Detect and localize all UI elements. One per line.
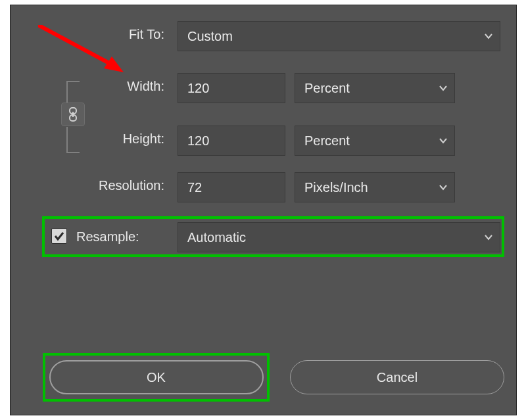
chevron-down-icon: [439, 83, 448, 93]
fit-to-select[interactable]: Custom: [178, 21, 500, 51]
resolution-unit-value: Pixels/Inch: [304, 180, 368, 195]
chevron-down-icon: [484, 32, 493, 41]
resample-method-select[interactable]: Automatic: [178, 222, 500, 252]
chevron-down-icon: [439, 183, 448, 192]
checkmark-icon: [53, 230, 65, 242]
width-label: Width:: [93, 79, 164, 94]
resample-method-value: Automatic: [187, 230, 246, 245]
resolution-unit-select[interactable]: Pixels/Inch: [295, 172, 455, 202]
height-label: Height:: [93, 131, 164, 147]
svg-marker-1: [104, 57, 124, 72]
chevron-down-icon: [484, 233, 493, 242]
height-unit-value: Percent: [304, 133, 350, 149]
cancel-button-label: Cancel: [377, 370, 418, 385]
resolution-label: Resolution:: [74, 178, 164, 193]
cancel-button[interactable]: Cancel: [290, 360, 504, 394]
height-unit-select[interactable]: Percent: [295, 126, 455, 156]
resample-label: Resample:: [74, 229, 167, 245]
resample-checkbox[interactable]: [51, 228, 67, 244]
height-input[interactable]: [178, 126, 285, 156]
fit-to-label: Fit To:: [93, 27, 164, 42]
resolution-input[interactable]: [178, 172, 285, 202]
fit-to-value: Custom: [187, 29, 233, 44]
width-unit-select[interactable]: Percent: [295, 73, 455, 103]
ok-button-label: OK: [147, 370, 166, 385]
width-input[interactable]: [178, 73, 285, 103]
ok-button[interactable]: OK: [49, 360, 264, 394]
dialog-buttons-row: OK Cancel: [43, 353, 504, 402]
chain-link-icon: [67, 107, 79, 122]
image-size-dialog-panel: Fit To: Custom Width: Percent Height: Pe…: [10, 5, 517, 415]
link-dimensions-toggle[interactable]: [61, 103, 85, 126]
annotation-highlight-ok: OK: [43, 353, 270, 402]
width-unit-value: Percent: [304, 81, 350, 96]
chevron-down-icon: [439, 136, 448, 145]
